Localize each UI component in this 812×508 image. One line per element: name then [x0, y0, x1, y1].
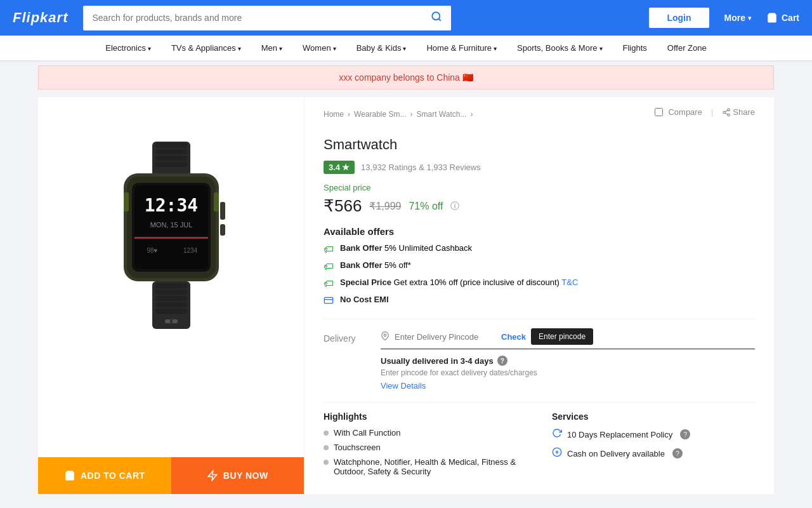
svg-point-38 [384, 334, 386, 337]
view-details-link[interactable]: View Details [381, 381, 755, 391]
chevron-down-icon [494, 43, 497, 53]
header-right: Login More ▾ Cart [649, 8, 799, 28]
breadcrumb: Home › Wearable Sm... › Smart Watch... › [324, 110, 473, 119]
svg-rect-28 [214, 192, 219, 211]
delivery-label: Delivery [324, 328, 368, 344]
service-help-icon-2[interactable]: ? [672, 448, 683, 458]
nav-item-men[interactable]: Men [261, 43, 282, 53]
header: Flipkart Login More ▾ Cart [0, 0, 812, 36]
rating-row: 3.4 ★ 13,932 Ratings & 1,933 Reviews [324, 161, 755, 174]
svg-rect-21 [155, 290, 187, 295]
svg-rect-20 [155, 283, 187, 288]
share-label: Share [733, 107, 755, 117]
highlight-item-3: Watchphone, Notifier, Health & Medical, … [324, 457, 527, 476]
nav-item-home[interactable]: Home & Furniture [426, 43, 497, 53]
pincode-input[interactable] [395, 332, 496, 342]
chevron-down-icon [599, 43, 603, 53]
share-button[interactable]: Share [722, 107, 755, 117]
price-row: ₹566 ₹1,999 71% off ⓘ [324, 196, 755, 216]
nav-item-tvs[interactable]: TVs & Appliances [171, 43, 241, 53]
price-info-icon[interactable]: ⓘ [450, 201, 459, 212]
nav-item-women[interactable]: Women [303, 43, 336, 53]
svg-rect-14 [134, 237, 208, 239]
svg-line-34 [725, 112, 728, 114]
service-item-1: 10 Days Replacement Policy ? [552, 428, 755, 441]
delivery-right: Check Enter pincode Usually delivered in… [381, 328, 755, 391]
svg-rect-24 [155, 309, 187, 314]
highlight-item-1: With Call Function [324, 428, 527, 438]
svg-rect-4 [155, 143, 187, 148]
offer-item-3: 🏷 Special Price Get extra 10% off (price… [324, 277, 755, 290]
nav-item-electronics[interactable]: Electronics [105, 43, 151, 53]
svg-text:1234: 1234 [183, 247, 197, 254]
offer-bold-3: Special Price [340, 277, 391, 287]
add-to-cart-label: ADD TO CART [81, 471, 145, 481]
highlights-title: Highlights [324, 411, 527, 422]
price-original: ₹1,999 [369, 200, 401, 212]
offers-section: Available offers 🏷 Bank Offer 5% Unlimit… [324, 226, 755, 307]
compare-checkbox-label[interactable]: Compare [655, 107, 702, 117]
svg-line-1 [439, 18, 441, 20]
offer-tag-icon-2: 🏷 [324, 261, 334, 272]
svg-rect-26 [170, 318, 173, 324]
nav-bar: Electronics TVs & Appliances Men Women B… [0, 36, 812, 60]
search-bar [83, 6, 451, 30]
login-button[interactable]: Login [649, 8, 709, 28]
svg-rect-17 [220, 202, 225, 220]
breadcrumb-cat2[interactable]: Smart Watch... [417, 110, 467, 119]
check-button[interactable]: Check [501, 332, 526, 342]
add-to-cart-button[interactable]: ADD TO CART [38, 457, 171, 494]
svg-point-31 [728, 109, 730, 111]
svg-rect-27 [124, 192, 129, 211]
cart-button[interactable]: Cart [766, 12, 799, 23]
service-help-icon-1[interactable]: ? [680, 429, 690, 439]
search-input[interactable] [83, 6, 422, 29]
svg-text:98♥: 98♥ [147, 247, 157, 254]
star-icon: ★ [342, 163, 350, 172]
svg-rect-6 [155, 156, 187, 161]
right-panel: Home › Wearable Sm... › Smart Watch... ›… [304, 97, 774, 494]
china-banner: xxx company belongs to China 🇨🇳 [38, 65, 774, 90]
product-title: Smartwatch [324, 137, 755, 153]
chevron-down-icon [279, 43, 282, 53]
offer-text-3b: Get extra 10% off (price inclusive of di… [394, 277, 560, 287]
offer-item-4: No Cost EMI [324, 295, 755, 307]
svg-rect-5 [155, 149, 187, 154]
enter-pincode-tooltip: Enter pincode [531, 328, 593, 345]
svg-text:MON, 15 JUL: MON, 15 JUL [150, 221, 192, 229]
bullet-icon [324, 431, 329, 436]
service-item-2: Cash on Delivery available ? [552, 447, 755, 460]
search-button[interactable] [422, 6, 451, 30]
nav-item-baby[interactable]: Baby & Kids [357, 43, 407, 53]
rating-value: 3.4 [329, 163, 340, 172]
chevron-down-icon [148, 43, 151, 53]
nav-item-offer-zone[interactable]: Offer Zone [667, 43, 707, 53]
cart-label: Cart [782, 13, 799, 23]
service-text-1: 10 Days Replacement Policy [567, 430, 672, 439]
delivery-days-text: Usually delivered in 3-4 days [381, 356, 494, 366]
compare-checkbox[interactable] [655, 108, 663, 116]
highlights-col: Highlights With Call Function Touchscree… [324, 411, 527, 481]
svg-rect-18 [220, 224, 225, 236]
offer-bold-1: Bank Offer [340, 243, 382, 253]
more-button[interactable]: More ▾ [724, 13, 751, 23]
svg-marker-30 [208, 471, 217, 481]
location-icon [381, 331, 390, 342]
breadcrumb-cat1[interactable]: Wearable Sm... [354, 110, 406, 119]
compare-share: Compare | Share [655, 107, 755, 117]
buy-now-button[interactable]: BUY NOW [171, 457, 304, 494]
offer-tag-icon-3: 🏷 [324, 278, 334, 290]
tnc-link[interactable]: T&C [561, 277, 578, 287]
nav-item-sports[interactable]: Sports, Books & More [517, 43, 602, 53]
rating-badge: 3.4 ★ [324, 161, 355, 174]
offer-tag-icon-1: 🏷 [324, 244, 334, 255]
rating-text: 13,932 Ratings & 1,933 Reviews [361, 163, 481, 172]
more-label: More [724, 13, 745, 23]
nav-item-flights[interactable]: Flights [623, 43, 647, 53]
svg-line-35 [725, 110, 728, 111]
svg-rect-23 [155, 302, 187, 307]
breadcrumb-home[interactable]: Home [324, 110, 344, 119]
offer-bold-2: Bank Offer [340, 260, 382, 270]
services-col: Services 10 Days Replacement Policy ? [552, 411, 755, 481]
help-icon[interactable]: ? [497, 356, 508, 366]
